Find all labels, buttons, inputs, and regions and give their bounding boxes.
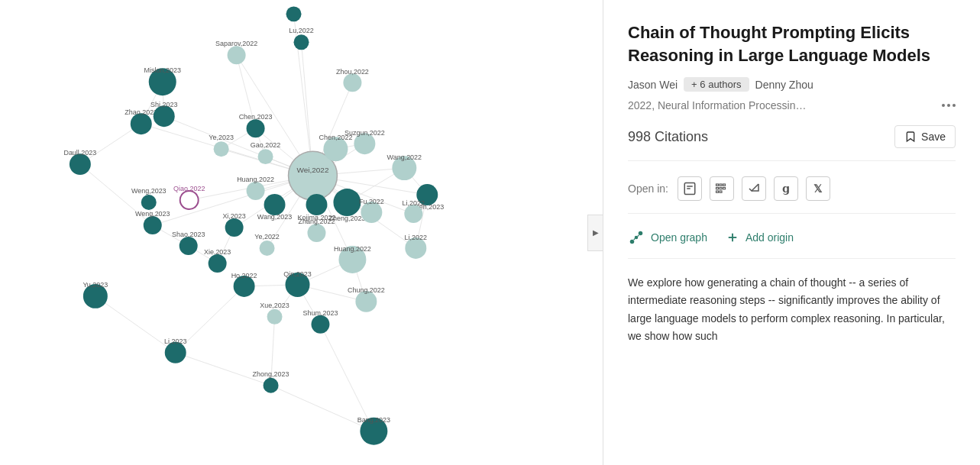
node-zhang2022[interactable] <box>307 224 325 242</box>
node-li2023[interactable] <box>165 342 186 363</box>
node-ye2022[interactable] <box>260 241 275 256</box>
svg-rect-102 <box>720 191 722 192</box>
svg-text:Shao,2023: Shao,2023 <box>172 231 205 238</box>
svg-rect-99 <box>720 188 722 189</box>
open-in-icons: 𝗴 𝕏 <box>678 176 830 201</box>
svg-text:Li,2022: Li,2022 <box>405 234 427 241</box>
node-shum2023[interactable] <box>311 315 329 334</box>
svg-text:Shum,2023: Shum,2023 <box>303 309 338 317</box>
svg-text:Chen,2023: Chen,2023 <box>239 113 273 121</box>
citation-graph[interactable]: Wei,2022 Zheng,2023 Kojima,2022 Wang,202… <box>0 0 603 465</box>
svg-text:Weng,2023: Weng,2023 <box>131 187 167 195</box>
first-author: Jason Wei <box>628 79 678 91</box>
svg-text:Qin,2023: Qin,2023 <box>283 270 311 278</box>
actions-row: Open graph Add origin <box>628 229 956 259</box>
save-label: Save <box>921 131 946 143</box>
node-chen2023b[interactable] <box>247 119 265 137</box>
svg-text:Xue,2023: Xue,2023 <box>260 302 289 309</box>
svg-text:Wei,2022: Wei,2022 <box>297 166 329 174</box>
open-x-button[interactable]: 𝕏 <box>806 176 830 201</box>
plus-icon <box>726 231 739 244</box>
open-google-scholar-button[interactable]: 𝗴 <box>774 176 798 201</box>
open-pdf-button[interactable] <box>678 176 702 201</box>
node-xue2023[interactable] <box>267 309 283 325</box>
node-weng2023b[interactable] <box>141 195 157 210</box>
svg-text:Chung,2022: Chung,2022 <box>348 286 385 294</box>
svg-text:Fu,2022: Fu,2022 <box>359 198 384 205</box>
svg-text:Huang,2022: Huang,2022 <box>334 245 371 253</box>
add-origin-button[interactable]: Add origin <box>726 231 794 244</box>
svg-text:Shi,2023: Shi,2023 <box>150 101 177 108</box>
svg-text:Saparov,2022: Saparov,2022 <box>215 40 257 47</box>
detail-panel: Chain of Thought Prompting Elicits Reaso… <box>603 0 980 465</box>
svg-text:Zhao,2023: Zhao,2023 <box>125 108 157 116</box>
venue-text: 2022, Neural Information Processin… <box>628 99 806 111</box>
svg-line-44 <box>95 296 176 353</box>
last-author: Denny Zhou <box>755 79 813 91</box>
node-xie2023[interactable] <box>209 254 227 273</box>
svg-text:Ye,2022: Ye,2022 <box>254 233 280 241</box>
collapse-panel-button[interactable] <box>587 215 603 251</box>
svg-rect-98 <box>716 188 718 189</box>
authors-row: Jason Wei + 6 authors Denny Zhou <box>628 77 956 92</box>
open-graph-button[interactable]: Open graph <box>628 229 707 246</box>
svg-line-46 <box>271 386 374 431</box>
open-semantic-scholar-button[interactable] <box>710 176 734 201</box>
node-kojima2022[interactable] <box>306 194 327 215</box>
svg-point-103 <box>630 240 635 244</box>
node-qiao2022[interactable] <box>180 191 199 209</box>
svg-rect-96 <box>720 184 722 186</box>
venue-row: 2022, Neural Information Processin… <box>628 99 956 111</box>
more-authors-badge[interactable]: + 6 authors <box>684 77 749 92</box>
svg-text:Li,2023: Li,2023 <box>164 337 186 345</box>
paper-title: Chain of Thought Prompting Elicits Reaso… <box>628 21 956 66</box>
node-zhao2023[interactable] <box>131 113 152 134</box>
svg-text:Qiao,2022: Qiao,2022 <box>173 185 205 192</box>
node-zhou2022[interactable] <box>343 73 361 92</box>
svg-text:Daull,2023: Daull,2023 <box>63 149 96 157</box>
citations-count: 998 Citations <box>628 129 708 145</box>
save-button[interactable]: Save <box>894 125 956 148</box>
node-shao2023[interactable] <box>180 237 198 255</box>
node-ye2023[interactable] <box>214 141 229 157</box>
node-lu2022[interactable] <box>294 34 309 50</box>
svg-line-106 <box>634 239 635 241</box>
svg-text:Ye,2023: Ye,2023 <box>209 134 234 141</box>
svg-rect-100 <box>723 188 725 189</box>
graph-icon <box>628 229 645 246</box>
svg-point-104 <box>639 231 643 236</box>
svg-text:Weng,2023: Weng,2023 <box>135 210 170 218</box>
node-saparov2022[interactable] <box>228 46 246 64</box>
node-li2022a[interactable] <box>404 205 422 223</box>
graph-panel: Wei,2022 Zheng,2023 Kojima,2022 Wang,202… <box>0 0 603 465</box>
bookmark-icon <box>904 131 917 143</box>
abstract-text: We explore how generating a chain of tho… <box>628 274 956 344</box>
svg-text:Suzgun,2022: Suzgun,2022 <box>344 129 385 137</box>
node-zheng2023[interactable] <box>333 189 361 216</box>
svg-text:Gao,2022: Gao,2022 <box>251 141 280 149</box>
node-top2022[interactable] <box>286 6 302 21</box>
svg-rect-95 <box>716 184 718 186</box>
svg-text:Yu,2023: Yu,2023 <box>82 281 108 289</box>
svg-text:Mislon,2023: Mislon,2023 <box>144 66 181 74</box>
node-daull2023[interactable] <box>70 153 91 175</box>
node-zhong2023[interactable] <box>264 378 279 393</box>
svg-text:Bang,2023: Bang,2023 <box>357 416 390 424</box>
more-options-button[interactable] <box>942 104 956 107</box>
open-connected-papers-button[interactable] <box>742 176 766 201</box>
svg-line-45 <box>176 353 271 386</box>
svg-text:Ho,2022: Ho,2022 <box>231 272 257 279</box>
node-huang2022[interactable] <box>247 182 265 200</box>
svg-rect-97 <box>723 184 725 186</box>
node-wang2023[interactable] <box>264 194 286 215</box>
svg-rect-101 <box>716 191 718 192</box>
node-shi2023[interactable] <box>154 105 175 127</box>
svg-text:Li,2022: Li,2022 <box>403 199 425 207</box>
svg-text:Zhou,2022: Zhou,2022 <box>336 68 369 76</box>
node-xi2023[interactable] <box>225 218 244 237</box>
svg-text:Zhong,2023: Zhong,2023 <box>253 370 289 378</box>
node-chung2022[interactable] <box>355 291 377 312</box>
svg-text:Wang,2022: Wang,2022 <box>387 153 422 161</box>
node-weng2023a[interactable] <box>144 216 162 234</box>
node-gao2022[interactable] <box>258 149 273 164</box>
